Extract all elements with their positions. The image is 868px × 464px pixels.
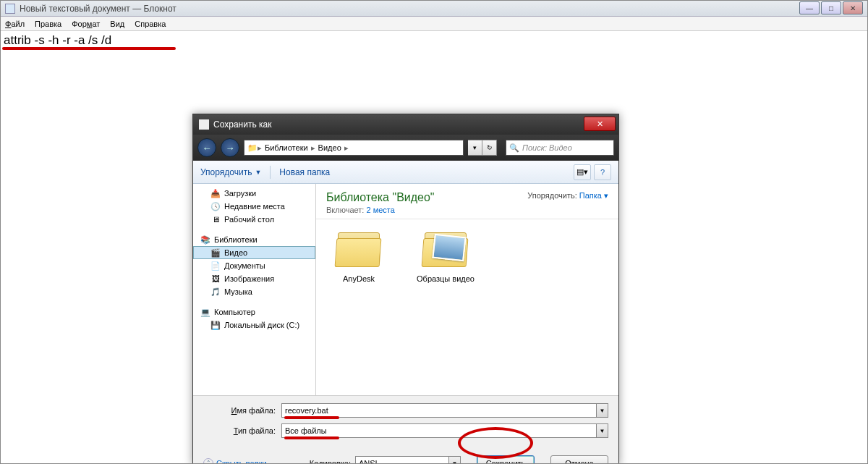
search-placeholder: Поиск: Видео [522,143,572,152]
cancel-button[interactable]: Отмена [550,455,608,464]
maximize-button[interactable]: □ [821,1,841,14]
dialog-nav-bar: ← → 📁 ▸ Библиотеки ▸ Видео ▸ ▾ ↻ 🔍 Поиск… [193,135,618,161]
notepad-text-area[interactable]: attrib -s -h -r -a /s /d Сохранить как ✕… [1,31,867,464]
library-includes: Включает: 2 места [326,206,435,214]
red-underline-annotation [2,47,176,50]
arrange-dropdown[interactable]: Папка ▾ [579,191,608,200]
folder-item-samples[interactable]: Образцы видео [413,229,478,283]
address-bar[interactable]: 📁 ▸ Библиотеки ▸ Видео ▸ [244,140,464,156]
path-seg-video[interactable]: Видео [315,143,344,152]
downloads-icon: 📥 [210,188,221,198]
video-icon: 🎬 [210,248,221,258]
encoding-dropdown-button[interactable]: ▼ [449,456,461,464]
nav-back-button[interactable]: ← [197,138,216,157]
encoding-select[interactable]: ANSI [355,456,449,464]
dialog-footer: ˄ Скрыть папки Кодировка: ANSI ▼ Сохрани… [193,448,618,464]
disk-icon: 💾 [210,320,221,330]
menu-edit[interactable]: Правка [35,20,61,28]
dialog-icon [199,119,209,130]
save-button[interactable]: Сохранить [477,455,535,464]
refresh-button[interactable]: ↻ [482,140,497,156]
desktop-icon: 🖥 [210,214,221,224]
red-underline-annotation [284,436,339,439]
folder-icon [420,229,471,270]
sidebar-item-recent[interactable]: 🕓Недавние места [193,200,315,213]
notepad-content: attrib -s -h -r -a /s /d [4,33,111,47]
music-icon: 🎵 [210,287,221,297]
content-pane: Библиотека "Видео" Включает: 2 места Упо… [316,184,618,395]
filetype-row: Тип файла: Все файлы ▼ [203,423,608,438]
search-icon: 🔍 [509,143,519,153]
sidebar-item-pictures[interactable]: 🖼Изображения [193,272,315,285]
documents-icon: 📄 [210,261,221,271]
dialog-toolbar: Упорядочить▼ Новая папка ▤▾ ? [193,161,618,184]
folder-icon [333,229,384,270]
close-button[interactable]: ✕ [843,1,863,14]
path-seg-libraries[interactable]: Библиотеки [262,143,311,152]
sidebar-item-music[interactable]: 🎵Музыка [193,285,315,298]
includes-link[interactable]: 2 места [366,206,394,214]
path-dropdown-button[interactable]: ▾ [468,140,482,156]
dialog-title-bar: Сохранить как ✕ [193,114,618,135]
minimize-button[interactable]: — [799,1,820,14]
computer-icon: 💻 [200,307,210,317]
filename-row: Имя файла: ▼ [203,403,608,418]
path-root-icon: 📁 [247,143,258,153]
folder-item-anydesk[interactable]: AnyDesk [326,229,391,283]
notepad-title-bar: Новый текстовый документ — Блокнот — □ ✕ [1,1,867,17]
menu-format[interactable]: Формат [72,20,100,28]
folder-label: AnyDesk [326,274,391,283]
sidebar-item-video[interactable]: 🎬Видео [193,246,315,259]
library-title: Библиотека "Видео" [326,191,435,204]
window-controls: — □ ✕ [799,1,863,14]
filename-input[interactable] [281,403,597,418]
sidebar-item-desktop[interactable]: 🖥Рабочий стол [193,213,315,226]
recent-icon: 🕓 [210,201,221,211]
view-mode-button[interactable]: ▤▾ [574,164,591,180]
sidebar-item-libraries[interactable]: 📚Библиотеки [193,233,315,246]
filename-dropdown-button[interactable]: ▼ [597,403,608,418]
content-header: Библиотека "Видео" Включает: 2 места Упо… [316,184,618,219]
chevron-up-icon: ˄ [203,458,213,464]
help-button[interactable]: ? [594,164,611,180]
encoding-label: Кодировка: [310,459,351,464]
sidebar-item-computer[interactable]: 💻Компьютер [193,305,315,319]
menu-view[interactable]: Вид [110,20,124,28]
sidebar-item-downloads[interactable]: 📥Загрузки [193,187,315,200]
libraries-icon: 📚 [200,235,210,245]
dialog-fields: Имя файла: ▼ Тип файла: Все файлы ▼ [193,395,618,448]
menu-file[interactable]: Файл [5,20,25,28]
arrange-by: Упорядочить: Папка ▾ [527,191,608,201]
dialog-main: 📥Загрузки 🕓Недавние места 🖥Рабочий стол … [193,184,618,395]
notepad-icon [5,4,15,14]
filetype-label: Тип файла: [203,426,276,435]
notepad-menu-bar: Файл Правка Формат Вид Справка [1,17,867,31]
dialog-title-text: Сохранить как [213,119,271,130]
dialog-close-button[interactable]: ✕ [584,117,616,131]
filename-label: Имя файла: [203,406,276,415]
menu-help[interactable]: Справка [135,20,166,28]
nav-forward-button[interactable]: → [221,138,239,157]
filetype-dropdown-button[interactable]: ▼ [597,423,608,438]
hide-folders-link[interactable]: ˄ Скрыть папки [203,458,267,464]
red-underline-annotation [284,416,339,419]
search-input[interactable]: 🔍 Поиск: Видео [506,140,614,156]
organize-button[interactable]: Упорядочить▼ [200,167,261,177]
folder-label: Образцы видео [413,274,478,283]
items-area[interactable]: AnyDesk Образцы видео [316,219,618,395]
sidebar-item-disk-c[interactable]: 💾Локальный диск (C:) [193,319,315,332]
sidebar: 📥Загрузки 🕓Недавние места 🖥Рабочий стол … [193,184,316,395]
filetype-select[interactable]: Все файлы [281,423,597,438]
notepad-title-text: Новый текстовый документ — Блокнот [20,4,176,14]
pictures-icon: 🖼 [210,274,221,284]
save-as-dialog: Сохранить как ✕ ← → 📁 ▸ Библиотеки ▸ Вид… [192,114,619,464]
sidebar-item-documents[interactable]: 📄Документы [193,259,315,272]
new-folder-button[interactable]: Новая папка [279,167,330,177]
